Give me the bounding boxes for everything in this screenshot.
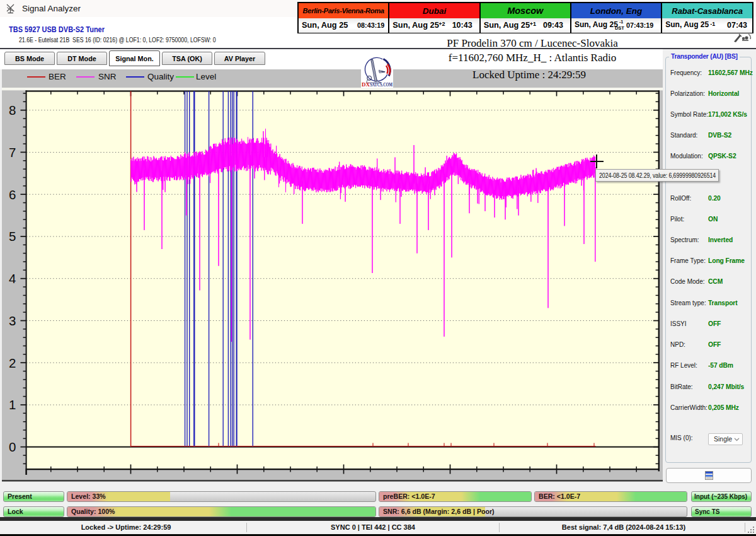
svg-text:7: 7 xyxy=(9,145,16,160)
svg-text:DX: DX xyxy=(362,82,370,88)
svg-text:2: 2 xyxy=(9,356,16,370)
svg-text:1: 1 xyxy=(9,397,16,412)
svg-text:SATCS.COM: SATCS.COM xyxy=(370,82,392,88)
svg-text:4: 4 xyxy=(9,271,16,286)
svg-text:5: 5 xyxy=(9,229,16,243)
svg-text:0: 0 xyxy=(9,440,16,454)
svg-text:8: 8 xyxy=(9,103,16,117)
svg-text:6: 6 xyxy=(9,187,16,202)
svg-text:3: 3 xyxy=(9,313,16,328)
